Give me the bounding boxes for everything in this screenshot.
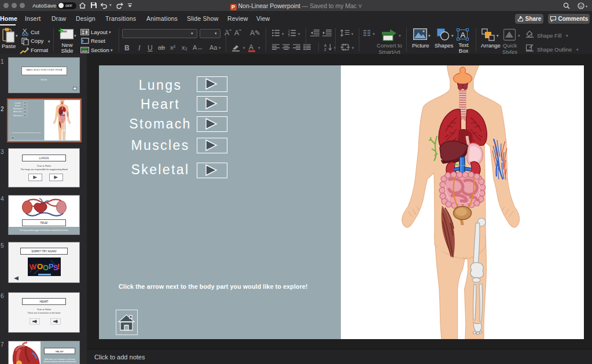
svg-text:!: !: [57, 262, 60, 271]
svg-text:W: W: [29, 262, 37, 271]
svg-text:A: A: [461, 31, 466, 39]
svg-text:Z: Z: [324, 47, 326, 51]
svg-text:3: 3: [288, 34, 290, 36]
svg-text:O: O: [43, 263, 49, 272]
svg-text:A: A: [324, 43, 327, 47]
svg-text:O: O: [37, 262, 43, 271]
